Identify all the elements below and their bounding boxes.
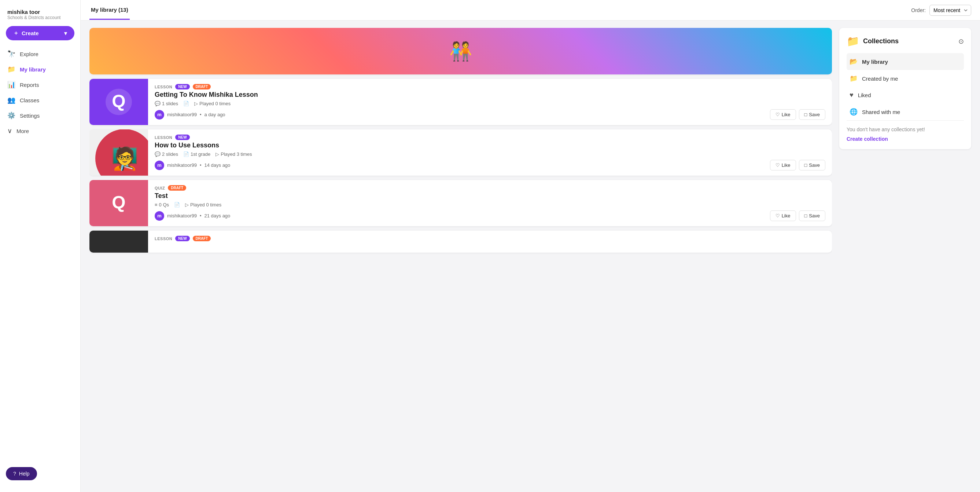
- qs-icon-4: ≡: [155, 202, 158, 207]
- author-time-3: 14 days ago: [205, 162, 231, 168]
- create-button[interactable]: ＋ Create ▾: [6, 26, 75, 40]
- sidebar-nav: 🔭 Explore 📁 My library 📊 Reports 👥 Class…: [0, 46, 80, 139]
- create-collection-link[interactable]: Create collection: [846, 136, 964, 142]
- help-button[interactable]: ? Help: [6, 467, 37, 480]
- reports-icon: 📊: [7, 81, 15, 89]
- quizizz-logo-2: Q: [104, 87, 134, 116]
- sidebar-item-my-library[interactable]: 📁 My library: [0, 62, 80, 77]
- card-body-2: LESSON NEW DRAFT Getting To Know Mishika…: [148, 79, 832, 125]
- collection-item-shared-with-me[interactable]: 🌐 Shared with me: [846, 103, 964, 120]
- more-chevron-icon: ∨: [7, 127, 12, 135]
- card-type-2: LESSON: [155, 85, 172, 89]
- card-type-5: LESSON: [155, 236, 172, 241]
- slides-icon-2: 💬: [155, 101, 161, 106]
- card-thumbnail-2: Q: [89, 79, 148, 125]
- badge-new-2: NEW: [175, 84, 189, 89]
- sidebar-user: mishika toor Schools & Districts account: [0, 6, 80, 26]
- save-icon-4: □: [805, 213, 807, 218]
- help-label: Help: [19, 471, 30, 477]
- table-row: 🧑‍🏫 LESSON NEW How to Use Lessons 💬: [89, 129, 832, 176]
- play-icon-2: ▷: [194, 101, 198, 106]
- created-by-me-icon: 📁: [850, 75, 858, 83]
- card-meta-3: 💬 2 slides 📄 1st grade ▷ Played 3 times: [155, 151, 825, 157]
- play-icon-3: ▷: [215, 151, 219, 157]
- card-footer-2: m mishikatoor99 • a day ago ♡ Like □: [155, 109, 825, 120]
- order-label: Order:: [911, 7, 926, 13]
- sidebar-item-reports[interactable]: 📊 Reports: [0, 77, 80, 92]
- author-dot-2: •: [200, 112, 202, 117]
- collection-item-created-by-me[interactable]: 📁 Created by me: [846, 70, 964, 87]
- heart-icon-4: ♡: [775, 213, 780, 218]
- cards-list: 🧑‍🤝‍🧑 LESSON NEW Getting to know Mishika…: [89, 28, 832, 485]
- shared-globe-icon: 🌐: [850, 108, 858, 116]
- card-title-4: Test: [155, 192, 825, 200]
- sidebar-item-reports-label: Reports: [20, 82, 39, 88]
- like-button-3[interactable]: ♡ Like: [770, 160, 796, 170]
- like-button-4[interactable]: ♡ Like: [770, 210, 796, 221]
- badge-new-5: NEW: [175, 236, 189, 241]
- card-body-4: QUIZ DRAFT Test ≡ 0 Qs 📄: [148, 180, 832, 226]
- avatar-2: m: [155, 110, 164, 119]
- content-area: 🧑‍🤝‍🧑 LESSON NEW Getting to know Mishika…: [81, 21, 980, 492]
- sidebar-item-classes[interactable]: 👥 Classes: [0, 92, 80, 108]
- badge-draft-4: DRAFT: [168, 185, 186, 191]
- table-row: Q LESSON NEW DRAFT Getting To Know Mishi…: [89, 79, 832, 125]
- my-library-folder-icon: 📂: [850, 57, 858, 65]
- grade-icon-4: 📄: [174, 202, 180, 207]
- avatar-4: m: [155, 211, 164, 221]
- table-row: Q QUIZ DRAFT Test ≡ 0 Qs: [89, 180, 832, 226]
- badge-draft-5: DRAFT: [193, 236, 211, 241]
- slides-meta-2: 💬 1 slides: [155, 101, 178, 106]
- author-time-4: 21 days ago: [205, 213, 231, 218]
- card-type-row-5: LESSON NEW DRAFT: [155, 236, 825, 241]
- svg-text:Q: Q: [112, 91, 125, 111]
- card-actions-3: ♡ Like □ Save: [770, 160, 825, 170]
- card-type-row-4: QUIZ DRAFT: [155, 185, 825, 191]
- collection-item-my-library[interactable]: 📂 My library: [846, 53, 964, 70]
- sidebar-item-classes-label: Classes: [20, 97, 39, 103]
- card-meta-4: ≡ 0 Qs 📄 ▷ Played 0 times: [155, 202, 825, 207]
- collection-created-by-me-label: Created by me: [862, 75, 898, 82]
- collection-shared-label: Shared with me: [862, 109, 900, 115]
- create-chevron-icon: ▾: [64, 30, 67, 37]
- slides-icon-3: 💬: [155, 151, 161, 157]
- collections-panel: 📁 Collections ⊙ 📂 My library 📁 Created b…: [839, 28, 971, 149]
- my-library-icon: 📁: [7, 65, 15, 73]
- sidebar: mishika toor Schools & Districts account…: [0, 0, 81, 492]
- sidebar-item-settings-label: Settings: [20, 113, 40, 119]
- save-button-2[interactable]: □ Save: [799, 109, 826, 120]
- card-body-3: LESSON NEW How to Use Lessons 💬 2 slides…: [148, 129, 832, 176]
- quizizz-logo-4: Q: [104, 188, 134, 218]
- collections-title-label: Collections: [863, 37, 899, 45]
- sidebar-item-settings[interactable]: ⚙️ Settings: [0, 108, 80, 123]
- collections-list: 📂 My library 📁 Created by me ♥ Liked 🌐 S…: [846, 53, 964, 121]
- avatar-3: m: [155, 161, 164, 170]
- card-title-3: How to Use Lessons: [155, 142, 825, 149]
- grade-meta-4: 📄: [174, 202, 180, 207]
- liked-heart-icon: ♥: [850, 91, 854, 99]
- card-type-3: LESSON: [155, 135, 172, 140]
- heart-icon-2: ♡: [775, 112, 780, 117]
- author-dot-4: •: [200, 213, 202, 218]
- create-label: Create: [22, 30, 39, 36]
- play-icon-4: ▷: [185, 202, 189, 207]
- sidebar-item-more[interactable]: ∨ More: [0, 123, 80, 139]
- tab-my-library[interactable]: My library (13): [89, 1, 130, 20]
- sidebar-item-my-library-label: My library: [20, 66, 46, 73]
- collection-item-liked[interactable]: ♥ Liked: [846, 87, 964, 103]
- table-row: 🧑‍🤝‍🧑 LESSON NEW Getting to know Mishika…: [89, 28, 832, 75]
- collection-liked-label: Liked: [858, 92, 871, 98]
- order-dropdown[interactable]: Most recent Oldest A-Z Z-A: [929, 5, 971, 16]
- collections-title: 📁 Collections: [846, 35, 899, 47]
- collections-header: 📁 Collections ⊙: [846, 35, 964, 47]
- played-meta-3: ▷ Played 3 times: [215, 151, 252, 157]
- tabs-bar: My library (13) Order: Most recent Oldes…: [81, 0, 980, 21]
- collections-folder-icon: 📁: [846, 35, 859, 47]
- grade-meta-2: 📄: [183, 101, 189, 106]
- sidebar-item-explore[interactable]: 🔭 Explore: [0, 46, 80, 62]
- save-button-4[interactable]: □ Save: [799, 210, 826, 221]
- collections-chevron-icon[interactable]: ⊙: [958, 37, 964, 45]
- explore-icon: 🔭: [7, 50, 15, 58]
- save-button-3[interactable]: □ Save: [799, 160, 826, 170]
- like-button-2[interactable]: ♡ Like: [770, 109, 796, 120]
